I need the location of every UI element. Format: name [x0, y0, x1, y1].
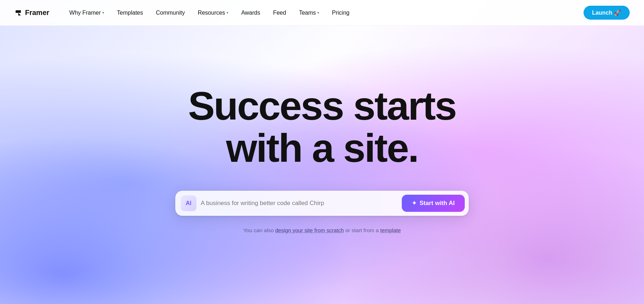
nav-item-resources[interactable]: Resources ▾ [192, 7, 234, 19]
nav-item-awards[interactable]: Awards [235, 7, 266, 19]
start-with-ai-button[interactable]: ✦ Start with AI [402, 195, 465, 212]
ai-input-container: AI ✦ Start with AI [175, 191, 469, 216]
logo[interactable]: Framer [14, 9, 49, 17]
ai-icon-wrapper: AI [181, 195, 196, 211]
ai-prompt-input[interactable] [201, 200, 397, 207]
chevron-down-icon: ▾ [317, 11, 319, 15]
hero-title: Success starts with a site. [188, 85, 456, 169]
chevron-down-icon: ▾ [102, 11, 104, 15]
hero-section: Success starts with a site. AI ✦ Start w… [0, 0, 644, 304]
launch-button[interactable]: Launch 🚀 [584, 6, 630, 20]
nav-item-community[interactable]: Community [150, 7, 191, 19]
nav-menu: Why Framer ▾ Templates Community Resourc… [64, 7, 584, 19]
nav-item-feed[interactable]: Feed [267, 7, 292, 19]
navbar-actions: Launch 🚀 [584, 6, 630, 20]
navbar: Framer Why Framer ▾ Templates Community … [0, 0, 644, 26]
chevron-down-icon: ▾ [226, 11, 228, 15]
hero-footer: You can also design your site from scrat… [243, 227, 401, 233]
framer-logo-icon [14, 9, 22, 17]
nav-item-templates[interactable]: Templates [111, 7, 149, 19]
template-link[interactable]: template [380, 227, 401, 233]
ai-icon: AI [186, 200, 191, 206]
nav-item-teams[interactable]: Teams ▾ [293, 7, 325, 19]
sparkle-icon: ✦ [412, 200, 416, 206]
logo-text: Framer [25, 9, 49, 17]
nav-item-pricing[interactable]: Pricing [326, 7, 355, 19]
nav-item-why-framer[interactable]: Why Framer ▾ [64, 7, 110, 19]
design-from-scratch-link[interactable]: design your site from scratch [275, 227, 344, 233]
